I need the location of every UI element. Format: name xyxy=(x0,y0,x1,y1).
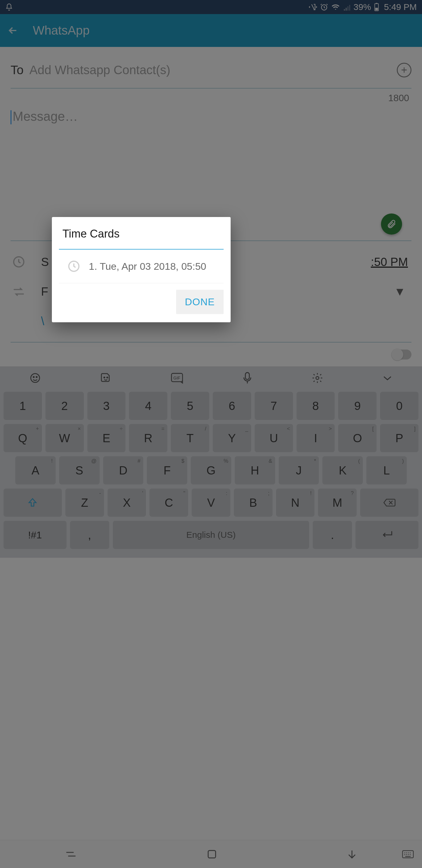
time-card-text: 1. Tue, Apr 03 2018, 05:50 xyxy=(89,261,206,272)
done-button[interactable]: DONE xyxy=(176,290,224,314)
modal-scrim[interactable] xyxy=(0,0,422,868)
time-card-item[interactable]: 1. Tue, Apr 03 2018, 05:50 xyxy=(59,250,224,283)
dialog-title: Time Cards xyxy=(52,227,231,249)
clock-icon xyxy=(67,259,80,273)
time-cards-dialog: Time Cards 1. Tue, Apr 03 2018, 05:50 DO… xyxy=(52,217,231,322)
